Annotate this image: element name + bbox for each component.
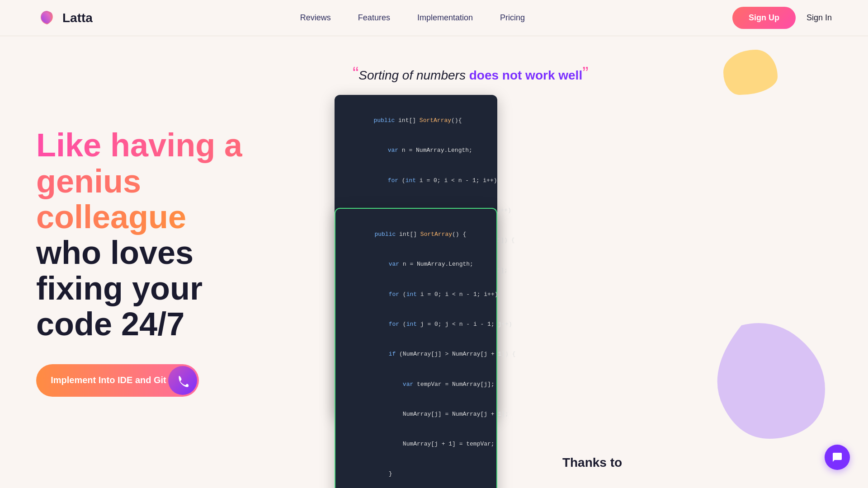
nav-links: Reviews Features Implementation Pricing xyxy=(300,13,525,23)
yellow-blob-decoration xyxy=(723,50,778,95)
code-line: if (NumArray[j] > NumArray[j + 1]) { xyxy=(346,339,486,369)
hero-heading-gradient: Like having a genius colleague xyxy=(36,127,242,235)
logo-text: Latta xyxy=(62,11,93,25)
phone-icon xyxy=(175,373,190,388)
code-block-after: public int[] SortArray() { var n = NumAr… xyxy=(335,208,497,488)
code-line: public int[] SortArray() { xyxy=(346,220,486,249)
hero-left: Like having a genius colleague who loves… xyxy=(0,36,316,488)
hero-heading-dark: who loves fixing your code 24/7 xyxy=(36,235,203,342)
quote-highlight: does not work well xyxy=(469,68,582,82)
nav-link-features[interactable]: Features xyxy=(358,13,390,22)
logo-link[interactable]: Latta xyxy=(36,7,93,29)
hero-heading: Like having a genius colleague who loves… xyxy=(36,127,280,342)
code-line: for (int j = 0; j < n - i - 1; j++) xyxy=(346,310,486,339)
cta-label: Implement Into IDE and Git xyxy=(36,375,166,385)
code-line: NumArray[j] = NumArray[j + 1]; xyxy=(346,399,486,429)
nav-link-implementation[interactable]: Implementation xyxy=(417,13,473,22)
signin-button[interactable]: Sign In xyxy=(807,13,832,23)
hero-quote: “Sorting of numbers does not work well” xyxy=(353,63,588,84)
hero-section: Like having a genius colleague who loves… xyxy=(0,36,868,488)
code-line: var tempVar = NumArray[j]; xyxy=(346,369,486,399)
code-line: var n = NumArray.Length; xyxy=(345,136,486,165)
nav-link-pricing[interactable]: Pricing xyxy=(500,13,525,22)
hero-right: “Sorting of numbers does not work well” … xyxy=(316,36,868,488)
cta-button[interactable]: Implement Into IDE and Git xyxy=(36,364,199,397)
navigation: Latta Reviews Features Implementation Pr… xyxy=(0,0,868,36)
logo-icon xyxy=(36,7,58,29)
code-line: var n = NumArray.Length; xyxy=(346,249,486,279)
code-line: NumArray[j + 1] = tempVar; xyxy=(346,429,486,459)
nav-link-reviews[interactable]: Reviews xyxy=(300,13,331,22)
code-line: for (int i = 0; i < n - 1; i++) xyxy=(346,280,486,310)
nav-actions: Sign Up Sign In xyxy=(732,7,832,29)
cta-icon xyxy=(168,366,197,395)
purple-blob-decoration xyxy=(714,316,841,443)
close-quote-mark: ” xyxy=(582,63,588,83)
signup-button[interactable]: Sign Up xyxy=(732,7,796,29)
code-line: } xyxy=(346,459,486,488)
quote-plain: Sorting of numbers xyxy=(359,68,469,82)
chat-icon xyxy=(831,451,844,464)
code-line: public int[] SortArray(){ xyxy=(345,106,486,136)
chat-button[interactable] xyxy=(825,445,850,470)
code-line: for (int i = 0; i < n - 1; i++) xyxy=(345,166,486,196)
open-quote-mark: “ xyxy=(353,63,359,83)
